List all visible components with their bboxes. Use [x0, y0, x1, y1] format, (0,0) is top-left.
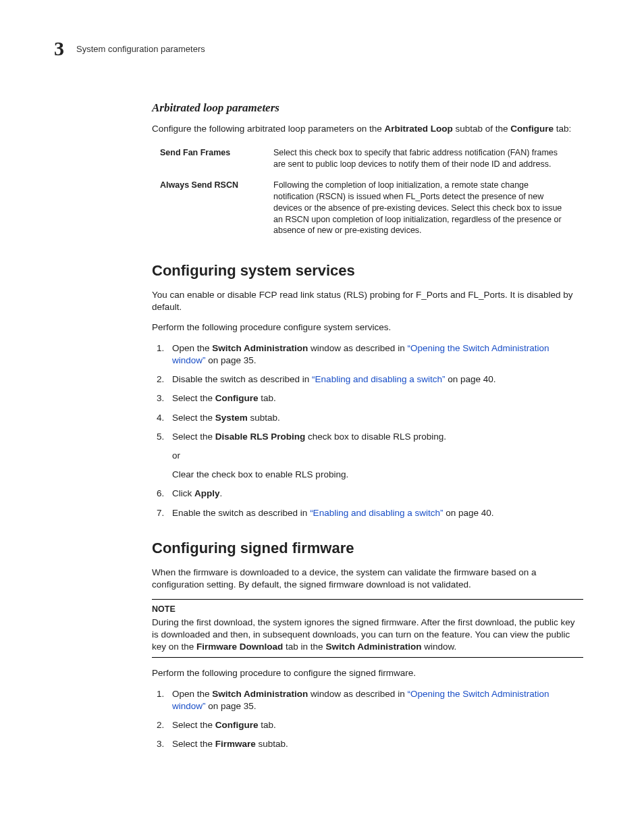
paragraph: Perform the following procedure configur…: [152, 321, 583, 334]
text: Enable the switch as described in: [172, 508, 310, 518]
system-services-steps: Open the Switch Administration window as…: [152, 342, 583, 519]
text: Click: [172, 488, 194, 498]
arbitrated-loop-intro: Configure the following arbitrated loop …: [152, 123, 583, 135]
text: Select the: [172, 413, 215, 423]
page: 3 System configuration parameters Arbitr…: [0, 0, 644, 785]
chapter-number: 3: [54, 37, 64, 60]
text: window.: [421, 642, 456, 652]
text: on page 35.: [206, 355, 257, 365]
text: subtab.: [256, 739, 288, 749]
paragraph: You can enable or disable FCP read link …: [152, 289, 583, 313]
text: .: [220, 488, 223, 498]
header-section-name: System configuration parameters: [76, 44, 205, 54]
ui-ref-configure: Configure: [215, 720, 259, 730]
text: tab:: [554, 124, 571, 134]
param-term: Always Send RSCN: [160, 176, 273, 242]
list-item: Open the Switch Administration window as…: [167, 342, 583, 367]
text: tab in the: [283, 642, 325, 652]
section-title-signed-firmware: Configuring signed firmware: [152, 538, 583, 558]
list-item: Disable the switch as described in “Enab…: [167, 373, 583, 386]
ui-ref-disable-rls: Disable RLS Probing: [215, 432, 306, 442]
param-term: Send Fan Frames: [160, 143, 273, 176]
ui-ref-apply: Apply: [194, 488, 220, 498]
text: Disable the switch as described in: [172, 374, 312, 384]
note-title: NOTE: [152, 604, 583, 615]
list-item: Select the Disable RLS Probing check box…: [167, 431, 583, 481]
ui-ref-switch-admin: Switch Administration: [325, 642, 421, 652]
arbitrated-loop-param-table: Send Fan Frames Select this check box to…: [160, 143, 574, 242]
note-box: NOTE During the first download, the syst…: [152, 599, 583, 658]
list-item: Click Apply.: [167, 488, 583, 500]
page-header: 3 System configuration parameters: [54, 37, 590, 60]
param-desc: Following the completion of loop initial…: [273, 176, 574, 242]
text: Select the: [172, 739, 215, 749]
text: subtab of the: [453, 124, 511, 134]
param-desc: Select this check box to specify that fa…: [273, 143, 574, 176]
ui-ref-configure: Configure: [510, 124, 554, 134]
text: on page 40.: [445, 374, 495, 384]
text: Select the: [172, 432, 215, 442]
xref-link-enable-disable-switch[interactable]: “Enabling and disabling a switch”: [312, 374, 445, 384]
text: on page 40.: [444, 508, 494, 518]
text: Configure the following arbitrated loop …: [152, 124, 384, 134]
text: Select the: [172, 393, 215, 403]
text: on page 35.: [206, 701, 257, 711]
ui-ref-system: System: [215, 413, 248, 423]
list-item: Select the Configure tab.: [167, 392, 583, 405]
list-item: Open the Switch Administration window as…: [167, 688, 583, 712]
paragraph: When the firmware is downloaded to a dev…: [152, 567, 583, 591]
text: Open the: [172, 343, 212, 353]
text: Select the: [172, 720, 215, 730]
ui-ref-firmware: Firmware: [215, 739, 256, 749]
list-item: Select the System subtab.: [167, 412, 583, 424]
step-or: or: [172, 450, 583, 462]
table-row: Always Send RSCN Following the completio…: [160, 176, 574, 242]
content-body: Arbitrated loop parameters Configure the…: [152, 101, 583, 751]
ui-ref-arbitrated-loop: Arbitrated Loop: [384, 124, 452, 134]
ui-ref-switch-admin: Switch Administration: [212, 689, 308, 699]
paragraph: Perform the following procedure to confi…: [152, 667, 583, 679]
text: Open the: [172, 689, 212, 699]
ui-ref-firmware-download: Firmware Download: [196, 642, 283, 652]
ui-ref-switch-admin: Switch Administration: [212, 343, 308, 353]
ui-ref-configure: Configure: [215, 393, 259, 403]
subsection-title-arbitrated-loop: Arbitrated loop parameters: [152, 101, 583, 116]
text: subtab.: [248, 413, 280, 423]
note-body: During the first download, the system ig…: [152, 617, 583, 654]
xref-link-enable-disable-switch[interactable]: “Enabling and disabling a switch”: [310, 508, 443, 518]
step-alt: Clear the check box to enable RLS probin…: [172, 469, 583, 481]
section-title-system-services: Configuring system services: [152, 261, 583, 281]
text: window as described in: [308, 689, 407, 699]
list-item: Select the Firmware subtab.: [167, 738, 583, 750]
text: tab.: [259, 393, 276, 403]
list-item: Select the Configure tab.: [167, 719, 583, 731]
list-item: Enable the switch as described in “Enabl…: [167, 507, 583, 519]
text: check box to disable RLS probing.: [305, 432, 446, 442]
text: tab.: [259, 720, 276, 730]
signed-firmware-steps: Open the Switch Administration window as…: [152, 688, 583, 751]
text: window as described in: [308, 343, 407, 353]
table-row: Send Fan Frames Select this check box to…: [160, 143, 574, 176]
